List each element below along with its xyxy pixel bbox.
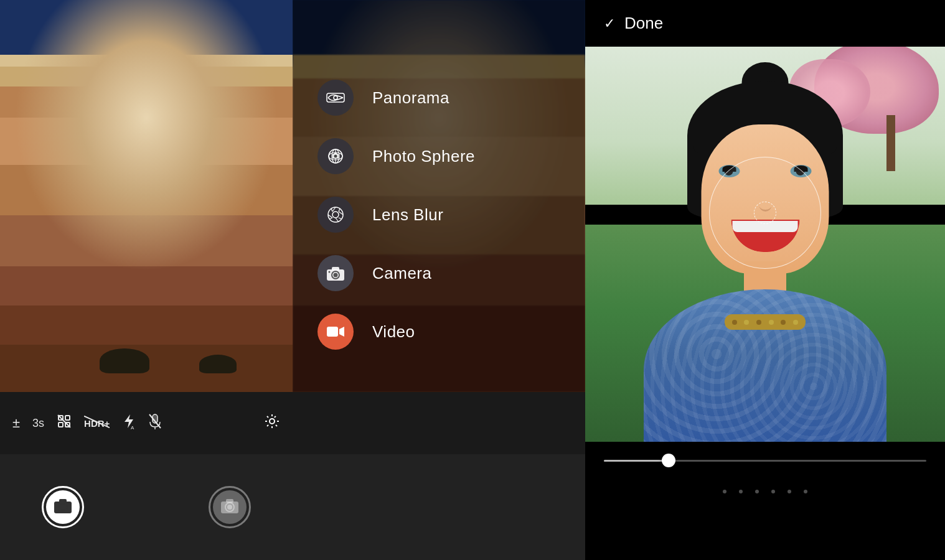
grid-icon[interactable] <box>57 414 72 432</box>
svg-rect-20 <box>327 93 344 102</box>
svg-point-41 <box>334 273 338 278</box>
svg-rect-44 <box>327 327 338 337</box>
face-detection-ring <box>709 157 821 269</box>
svg-rect-2 <box>59 422 63 427</box>
shutter-area <box>0 454 293 560</box>
panorama-label: Panorama <box>372 88 449 108</box>
blur-slider-track[interactable] <box>604 460 926 462</box>
panorama-icon-circle <box>317 80 354 116</box>
svg-line-35 <box>331 208 332 212</box>
toolbar-icons-group: ± 3s HDR+ <box>12 413 162 433</box>
jacket-texture <box>644 289 886 442</box>
svg-line-33 <box>336 218 339 222</box>
svg-line-5 <box>84 416 110 428</box>
svg-point-14 <box>60 505 65 510</box>
mode-item-video[interactable]: Video <box>293 302 585 361</box>
svg-point-29 <box>328 207 343 222</box>
detection-ring-inner <box>754 202 776 224</box>
mic-icon[interactable] <box>148 413 162 433</box>
svg-marker-45 <box>339 327 344 337</box>
portrait-wrapper <box>585 47 945 442</box>
mode-menu: Panorama Photo Sphere <box>293 50 585 560</box>
flash-icon[interactable]: A <box>122 413 136 433</box>
camera-viewfinder[interactable] <box>0 0 293 392</box>
svg-rect-19 <box>226 499 233 503</box>
svg-point-27 <box>334 155 337 158</box>
rock-texture <box>0 0 293 392</box>
right-dot-3[interactable] <box>755 490 759 493</box>
exposure-icon[interactable]: ± <box>12 415 20 431</box>
hdr-icon[interactable]: HDR+ <box>84 418 110 429</box>
video-label: Video <box>372 322 415 342</box>
timer-icon[interactable]: 3s <box>32 417 44 430</box>
right-dot-6[interactable] <box>804 490 807 493</box>
shutter-button-ghost[interactable] <box>209 486 251 528</box>
bush-right <box>199 355 237 373</box>
shutter-button[interactable] <box>42 486 84 528</box>
bush-left <box>100 348 149 373</box>
lens-blur-icon-circle <box>317 197 354 233</box>
done-checkmark-icon: ✓ <box>604 16 615 32</box>
done-button[interactable]: Done <box>624 14 663 33</box>
necklace <box>725 314 806 330</box>
svg-line-4 <box>58 415 70 427</box>
svg-point-18 <box>227 505 232 510</box>
camera-icon-circle <box>317 255 354 291</box>
shutter-button-inner <box>46 490 80 524</box>
portrait-viewfinder[interactable] <box>585 47 945 442</box>
svg-rect-42 <box>332 267 339 271</box>
settings-icon[interactable] <box>264 413 280 433</box>
video-icon-circle <box>317 314 354 350</box>
svg-line-36 <box>339 208 340 212</box>
right-dot-5[interactable] <box>788 490 791 493</box>
jacket <box>644 289 886 442</box>
camera-toolbar: ± 3s HDR+ <box>0 392 293 454</box>
lens-blur-label: Lens Blur <box>372 205 443 225</box>
photo-sphere-icon-circle <box>317 138 354 174</box>
blur-slider-area[interactable] <box>585 442 945 479</box>
svg-rect-15 <box>59 499 67 503</box>
done-bar: ✓ Done <box>585 0 945 47</box>
svg-point-21 <box>334 96 337 100</box>
photo-sphere-label: Photo Sphere <box>372 147 475 166</box>
blur-slider-thumb[interactable] <box>662 454 675 467</box>
mode-item-panorama[interactable]: Panorama <box>293 68 585 127</box>
camera-label: Camera <box>372 264 431 283</box>
mode-menu-panel: Panorama Photo Sphere <box>293 0 585 560</box>
svg-line-37 <box>339 218 342 219</box>
svg-rect-1 <box>65 416 70 420</box>
right-dot-4[interactable] <box>771 490 775 493</box>
svg-line-38 <box>329 218 332 219</box>
svg-rect-28 <box>334 153 337 155</box>
svg-point-43 <box>329 271 331 273</box>
left-camera-panel: ± 3s HDR+ <box>0 0 293 560</box>
right-dot-2[interactable] <box>739 490 743 493</box>
right-panel: ✓ Done <box>585 0 945 560</box>
page-dots-right <box>585 479 945 504</box>
shutter-ghost-inner <box>213 490 247 524</box>
mode-item-lens-blur[interactable]: Lens Blur <box>293 185 585 244</box>
svg-point-11 <box>270 419 275 424</box>
mode-item-photo-sphere[interactable]: Photo Sphere <box>293 127 585 185</box>
mode-item-camera[interactable]: Camera <box>293 244 585 302</box>
svg-point-30 <box>332 212 339 218</box>
blur-slider-fill <box>604 460 669 462</box>
right-dot-1[interactable] <box>723 490 726 493</box>
svg-text:A: A <box>131 425 134 429</box>
